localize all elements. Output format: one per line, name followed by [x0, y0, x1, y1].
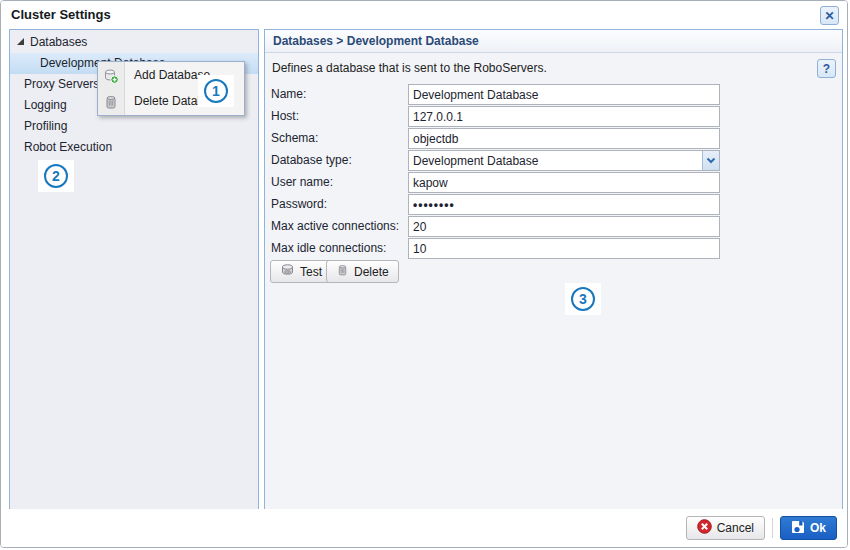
form-row-database-type: Database type:: [265, 150, 842, 172]
name-field[interactable]: [408, 84, 720, 105]
save-icon: [791, 520, 805, 537]
database-context-menu: Add Database Delete Database 1: [97, 61, 245, 116]
callout-1-box: 1: [198, 75, 234, 107]
close-icon[interactable]: ✕: [820, 6, 839, 25]
tree-item-label: Logging: [24, 98, 67, 112]
panel-description: Defines a database that is sent to the R…: [272, 61, 547, 75]
title-bar: Cluster Settings ✕: [1, 1, 847, 28]
trash-icon: [336, 263, 349, 280]
field-label: Max active connections:: [271, 219, 399, 233]
cancel-button[interactable]: Cancel: [686, 516, 765, 540]
form-row-max-active: Max active connections:: [265, 216, 842, 238]
max-idle-connections-field[interactable]: [408, 238, 720, 259]
callout-3-box: 3: [565, 283, 601, 315]
field-label: Host:: [271, 109, 299, 123]
cancel-icon: [697, 519, 712, 537]
form-row-max-idle: Max idle connections:: [265, 238, 842, 260]
delete-button[interactable]: Delete: [326, 260, 399, 283]
callout-3: 3: [571, 287, 595, 311]
cancel-button-label: Cancel: [717, 521, 754, 535]
tree-item-label: Databases: [30, 35, 87, 49]
database-settings-panel: Databases > Development Database Defines…: [264, 29, 843, 511]
callout-2: 2: [44, 164, 68, 188]
user-name-field[interactable]: [408, 172, 720, 193]
dialog-footer: Cancel Ok: [1, 509, 847, 547]
help-icon[interactable]: ?: [817, 59, 836, 78]
database-add-icon: [103, 67, 119, 83]
ok-button[interactable]: Ok: [780, 516, 837, 540]
database-test-icon: [280, 263, 295, 280]
field-label: Password:: [271, 197, 327, 211]
test-button-label: Test: [300, 265, 322, 279]
button-separator: [772, 518, 773, 538]
field-label: Database type:: [271, 153, 352, 167]
cluster-settings-dialog: Cluster Settings ✕ Databases Development…: [0, 0, 848, 548]
form-row-user-name: User name:: [265, 172, 842, 194]
form-row-host: Host:: [265, 106, 842, 128]
form-row-password: Password:: [265, 194, 842, 216]
ok-button-label: Ok: [810, 521, 826, 535]
field-label: Name:: [271, 87, 306, 101]
tree-item-profiling[interactable]: Profiling: [10, 116, 258, 137]
dialog-title: Cluster Settings: [11, 7, 111, 22]
host-field[interactable]: [408, 106, 720, 127]
breadcrumb: Databases > Development Database: [265, 30, 842, 53]
tree-expand-icon[interactable]: [16, 32, 26, 53]
field-label: Max idle connections:: [271, 241, 386, 255]
tree-item-databases[interactable]: Databases: [10, 32, 258, 53]
form-row-schema: Schema:: [265, 128, 842, 150]
form-row-name: Name:: [265, 84, 842, 106]
tree-item-label: Robot Execution: [24, 140, 112, 154]
max-active-connections-field[interactable]: [408, 216, 720, 237]
chevron-down-icon[interactable]: [702, 151, 719, 170]
callout-2-box: 2: [38, 160, 74, 192]
field-label: Schema:: [271, 131, 318, 145]
trash-icon: [103, 93, 119, 109]
tree-item-label: Proxy Servers: [24, 77, 99, 91]
tree-item-label: Profiling: [24, 119, 67, 133]
password-field[interactable]: [408, 194, 720, 215]
schema-field[interactable]: [408, 128, 720, 149]
delete-button-label: Delete: [354, 265, 389, 279]
test-button[interactable]: Test: [270, 260, 332, 283]
callout-1: 1: [204, 79, 228, 103]
tree-item-robot-execution[interactable]: Robot Execution: [10, 137, 258, 158]
database-type-select[interactable]: [408, 150, 720, 171]
field-label: User name:: [271, 175, 333, 189]
